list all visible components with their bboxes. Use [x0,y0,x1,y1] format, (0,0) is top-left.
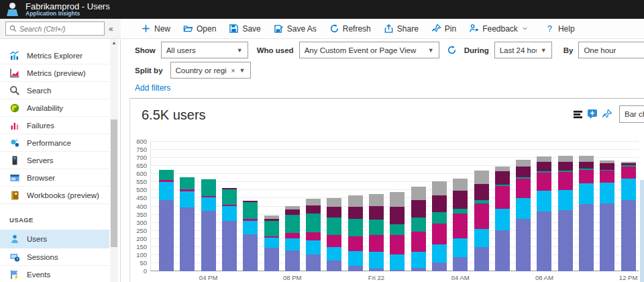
share-button[interactable]: Share [384,23,419,34]
sidebar-item-metrics-preview[interactable]: Metrics (preview) [0,64,109,82]
pin-button[interactable]: Pin [431,23,456,34]
y-tick-label: 100 [127,250,147,258]
search-input[interactable] [19,25,93,33]
bar-segment-teal [537,171,551,173]
bar-segment-cyan [495,209,510,230]
sidebar-item-events[interactable]: Events [0,266,109,282]
open-button[interactable]: Open [183,23,216,34]
toolbar-button-label: Pin [445,24,456,34]
refresh-query-icon[interactable] [447,45,457,55]
sidebar-item-browser[interactable]: Browser [0,169,109,187]
toolbar-button-label: Open [197,24,216,34]
save-button[interactable]: Save [229,23,260,34]
bar-segment-slate-blue [516,219,531,271]
y-tick-label: 400 [127,202,147,209]
bar-segment-slate-blue [369,269,384,271]
bar-segment-teal [579,169,594,170]
sidebar-item-workbooks-preview[interactable]: Workbooks (preview) [0,187,109,204]
help-button[interactable]: ?Help [545,23,575,34]
bar-segment-gray [558,156,573,162]
clear-filter-icon[interactable]: × [231,66,235,75]
servers-icon [9,155,20,166]
sidebar-item-failures[interactable]: Failures [0,117,109,134]
who-used-label: Who used [257,46,294,54]
page-subtitle: Application Insights [25,11,110,17]
sidebar-item-metrics-explorer[interactable]: Metrics Explorer [0,47,109,64]
stacked-bar-2-am [411,187,426,271]
bar-segment-teal [348,219,363,236]
y-tick-label: 450 [127,194,147,201]
y-tick-label: 750 [127,146,147,153]
bar-segment-magenta [159,180,174,182]
bar-segment-gray [600,160,614,163]
bar-segment-slate-blue [348,266,363,271]
sidebar-item-servers[interactable]: Servers [0,152,109,169]
sidebar-scrollbar[interactable]: ▲ [110,39,118,282]
y-tick-label: 500 [127,186,147,193]
stacked-bar-2-pm [159,170,174,272]
scroll-up-icon[interactable]: ▲ [110,40,118,45]
bar-segment-slate-blue [327,261,341,271]
y-axis [150,142,151,271]
stacked-bar-11-pm [348,195,363,271]
bar-segment-gray [474,171,489,183]
feedback-icon [469,23,479,34]
stacked-bar-3-pm [180,177,195,271]
collapse-sidebar-button[interactable]: « [109,24,113,34]
bar-segment-cyan [222,206,237,221]
bar-segment-cyan [285,238,300,250]
y-tick-label: 350 [127,210,147,218]
bar-segment-gray [390,192,405,206]
bar-segment-magenta [306,232,321,240]
toolbar-button-label: New [154,24,170,34]
by-dropdown[interactable]: One hour ▼ [578,42,644,58]
bar-segment-maroon [516,167,531,177]
bar-segment-maroon [495,171,510,185]
bar-segment-maroon [453,191,468,209]
bar-segment-gray [516,160,531,167]
sidebar-item-users[interactable]: Users [0,230,109,248]
sidebar-item-search[interactable]: Search [0,82,109,99]
bar-segment-teal [495,185,510,186]
bar-segment-magenta [495,186,510,209]
during-dropdown[interactable]: Last 24 hours ▼ [494,42,552,58]
pin-icon[interactable] [602,109,612,120]
sidebar-item-label: Performance [27,139,71,147]
bar-segment-teal [411,218,426,232]
show-dropdown[interactable]: All users ▼ [161,42,248,58]
bar-segment-maroon [222,188,237,189]
stacked-bar-6-pm [243,201,258,271]
sidebar-item-performance[interactable]: Performance [0,134,109,152]
table-view-icon[interactable] [573,109,583,120]
chart-type-dropdown[interactable]: Bar chart ▼ [619,105,644,123]
split-by-dropdown[interactable]: Country or region × ▼ [170,62,251,79]
y-tick-label: 300 [127,218,147,226]
bar-segment-cyan [474,229,489,247]
chevron-down-icon: ▼ [237,47,243,54]
refresh-button[interactable]: Refresh [329,23,371,34]
new-button[interactable]: New [141,23,170,34]
sidebar-item-sessions[interactable]: Sessions [0,248,109,266]
feedback-button[interactable]: Feedback [469,23,532,34]
stacked-bar-8-am [537,156,551,271]
bar-segment-gray [285,206,300,210]
sidebar-item-availability[interactable]: Availability [0,99,109,117]
bar-segment-teal [306,214,321,232]
bar-segment-cyan [327,247,341,261]
save-as-button[interactable]: Save As [274,23,317,34]
feedback-comment-icon[interactable] [587,109,598,120]
who-used-dropdown[interactable]: Any Custom Event or Page View ▼ [299,42,439,58]
scrollbar-thumb[interactable] [111,120,117,247]
bar-segment-magenta [474,203,489,229]
users-count-title: 6.5K users [142,107,206,123]
availability-icon [9,103,20,113]
bar-segment-slate-blue [579,204,594,271]
sidebar-item-label: Metrics (preview) [27,69,86,77]
bar-segment-slate-blue [264,248,279,271]
add-filters-link[interactable]: Add filters [135,83,170,93]
bar-segment-teal [600,170,614,171]
bar-segment-maroon [558,162,573,171]
bar-segment-teal [390,224,405,235]
search-box[interactable] [5,21,105,36]
bar-segment-magenta [264,236,279,238]
